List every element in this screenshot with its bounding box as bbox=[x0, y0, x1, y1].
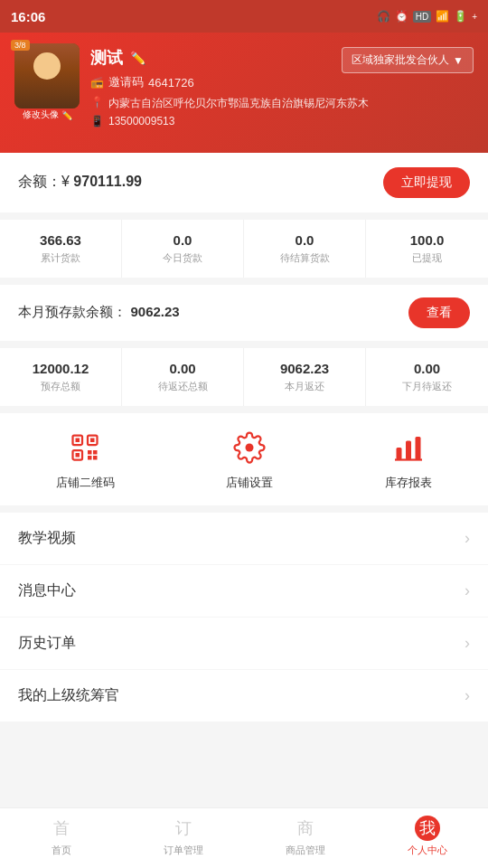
battery-icon: 🔋 bbox=[454, 10, 467, 23]
menu-item-label: 教学视频 bbox=[18, 529, 76, 548]
avatar-badge: 3/8 bbox=[11, 40, 30, 51]
svg-rect-10 bbox=[397, 448, 402, 460]
location-row: 📍 内蒙古自治区呼伦贝尔市鄂温克族自治旗锡尼河东苏木 bbox=[90, 96, 474, 111]
profile-name: 测试 bbox=[90, 47, 123, 69]
presave-stat-item: 12000.12 预存总额 bbox=[0, 348, 122, 406]
presave-view-button[interactable]: 查看 bbox=[408, 297, 470, 328]
headphone-icon: 🎧 bbox=[377, 10, 390, 23]
tools-section: 店铺二维码 店铺设置 库存报表 bbox=[0, 413, 488, 505]
presave-stat-value: 0.00 bbox=[129, 361, 236, 376]
edit-photo-label[interactable]: 修改头像 ✏️ bbox=[14, 108, 80, 121]
settings-label: 店铺设置 bbox=[226, 475, 273, 491]
phone-number: 13500009513 bbox=[108, 115, 174, 127]
phone-icon: 📱 bbox=[90, 115, 104, 127]
presave-stat-item: 0.00 待返还总额 bbox=[122, 348, 244, 406]
nav-icon-home: 首 bbox=[49, 816, 74, 841]
svg-rect-8 bbox=[88, 456, 92, 460]
stat-item: 100.0 已提现 bbox=[366, 220, 488, 278]
presave-amount: 9062.23 bbox=[130, 304, 179, 319]
menu-item-tutorial[interactable]: 教学视频 › bbox=[0, 513, 488, 565]
status-icons: 🎧 ⏰ HD 📶 🔋 + bbox=[377, 10, 477, 23]
status-time: 16:06 bbox=[11, 9, 45, 24]
svg-rect-9 bbox=[93, 456, 98, 460]
stat-value: 100.0 bbox=[373, 232, 481, 248]
inventory-icon bbox=[389, 428, 428, 467]
qrcode-label: 店铺二维码 bbox=[56, 475, 115, 491]
presave-stat-value: 0.00 bbox=[373, 361, 481, 376]
menu-item-supervisor[interactable]: 我的上级统筹官 › bbox=[0, 670, 488, 722]
balance-amount: 970111.99 bbox=[73, 174, 142, 189]
presave-section: 本月预存款余额： 9062.23 查看 bbox=[0, 285, 488, 341]
inventory-label: 库存报表 bbox=[385, 475, 432, 491]
presave-stat-label: 预存总额 bbox=[7, 380, 114, 393]
menu-item-orders[interactable]: 历史订单 › bbox=[0, 618, 488, 670]
presave-label: 本月预存款余额： bbox=[18, 304, 127, 319]
chevron-right-icon: › bbox=[465, 686, 470, 705]
tool-item-inventory[interactable]: 库存报表 bbox=[385, 428, 432, 491]
chevron-right-icon: › bbox=[465, 634, 470, 653]
menu-item-label: 消息中心 bbox=[18, 581, 76, 600]
stat-label: 已提现 bbox=[373, 251, 481, 265]
invite-row: 📻 邀请码 4641726 bbox=[90, 74, 474, 90]
nav-label-profile: 个人中心 bbox=[408, 844, 447, 857]
location-text: 内蒙古自治区呼伦贝尔市鄂温克族自治旗锡尼河东苏木 bbox=[108, 96, 369, 111]
status-bar: 16:06 🎧 ⏰ HD 📶 🔋 + bbox=[0, 0, 488, 33]
tool-item-qrcode[interactable]: 店铺二维码 bbox=[56, 428, 115, 491]
stat-label: 待结算货款 bbox=[251, 251, 358, 265]
svg-rect-1 bbox=[76, 438, 80, 442]
nav-label-goods: 商品管理 bbox=[286, 844, 325, 857]
menu-item-label: 我的上级统筹官 bbox=[18, 686, 119, 705]
presave-stat-item: 0.00 下月待返还 bbox=[366, 348, 488, 406]
stats-grid: 366.63 累计货款 0.0 今日货款 0.0 待结算货款 100.0 已提现 bbox=[0, 220, 488, 278]
settings-icon bbox=[230, 428, 269, 467]
mic-icon: 📻 bbox=[90, 76, 104, 89]
partner-badge: 区域独家批发合伙人 ▼ bbox=[342, 47, 474, 73]
menu-item-label: 历史订单 bbox=[18, 634, 76, 653]
nav-icon-profile: 我 bbox=[415, 816, 440, 841]
edit-photo-icon: ✏️ bbox=[61, 110, 72, 120]
balance-info: 余额：¥ 970111.99 bbox=[18, 173, 142, 192]
bottom-nav: 首 首页 订 订单管理 商 商品管理 我 个人中心 bbox=[0, 807, 488, 868]
withdraw-button[interactable]: 立即提现 bbox=[383, 167, 470, 198]
invite-code: 4641726 bbox=[148, 76, 194, 90]
presave-info: 本月预存款余额： 9062.23 bbox=[18, 304, 180, 321]
avatar bbox=[14, 43, 80, 108]
charge-icon: + bbox=[472, 12, 477, 22]
profile-section: 3/8 修改头像 ✏️ 测试 ✏️ 📻 邀请码 4641726 📍 bbox=[0, 33, 488, 153]
tool-item-settings[interactable]: 店铺设置 bbox=[226, 428, 273, 491]
chevron-right-icon: › bbox=[465, 581, 470, 600]
stat-value: 0.0 bbox=[129, 232, 236, 248]
nav-item-home[interactable]: 首 首页 bbox=[0, 816, 122, 857]
phone-row: 📱 13500009513 bbox=[90, 115, 474, 127]
svg-rect-3 bbox=[90, 438, 95, 442]
presave-stat-label: 本月返还 bbox=[251, 380, 358, 393]
stat-item: 0.0 今日货款 bbox=[122, 220, 244, 278]
menu-list: 教学视频 › 消息中心 › 历史订单 › 我的上级统筹官 › bbox=[0, 513, 488, 722]
nav-item-goods[interactable]: 商 商品管理 bbox=[244, 816, 366, 857]
nav-item-profile[interactable]: 我 个人中心 bbox=[366, 816, 488, 857]
stat-label: 今日货款 bbox=[129, 251, 236, 265]
presave-stat-value: 9062.23 bbox=[251, 361, 358, 376]
stat-value: 0.0 bbox=[251, 232, 358, 248]
stat-value: 366.63 bbox=[7, 232, 114, 248]
nav-item-orders[interactable]: 订 订单管理 bbox=[122, 816, 244, 857]
invite-label: 邀请码 bbox=[108, 74, 144, 90]
nav-label-orders: 订单管理 bbox=[164, 844, 203, 857]
svg-rect-7 bbox=[93, 450, 98, 455]
avatar-wrapper: 3/8 修改头像 ✏️ bbox=[14, 43, 80, 108]
presave-stat-label: 下月待返还 bbox=[373, 380, 481, 393]
stat-item: 366.63 累计货款 bbox=[0, 220, 122, 278]
avatar-image bbox=[14, 43, 80, 108]
qrcode-icon bbox=[65, 428, 105, 467]
svg-rect-6 bbox=[88, 450, 92, 455]
presave-stat-value: 12000.12 bbox=[7, 361, 114, 376]
nav-icon-orders: 订 bbox=[171, 816, 196, 841]
presave-stats-grid: 12000.12 预存总额 0.00 待返还总额 9062.23 本月返还 0.… bbox=[0, 348, 488, 406]
edit-name-icon[interactable]: ✏️ bbox=[130, 51, 145, 65]
stat-item: 0.0 待结算货款 bbox=[244, 220, 366, 278]
location-icon: 📍 bbox=[90, 96, 104, 108]
nav-icon-goods: 商 bbox=[293, 816, 318, 841]
hd-icon: HD bbox=[413, 11, 431, 23]
presave-stat-label: 待返还总额 bbox=[129, 380, 236, 393]
menu-item-messages[interactable]: 消息中心 › bbox=[0, 565, 488, 618]
